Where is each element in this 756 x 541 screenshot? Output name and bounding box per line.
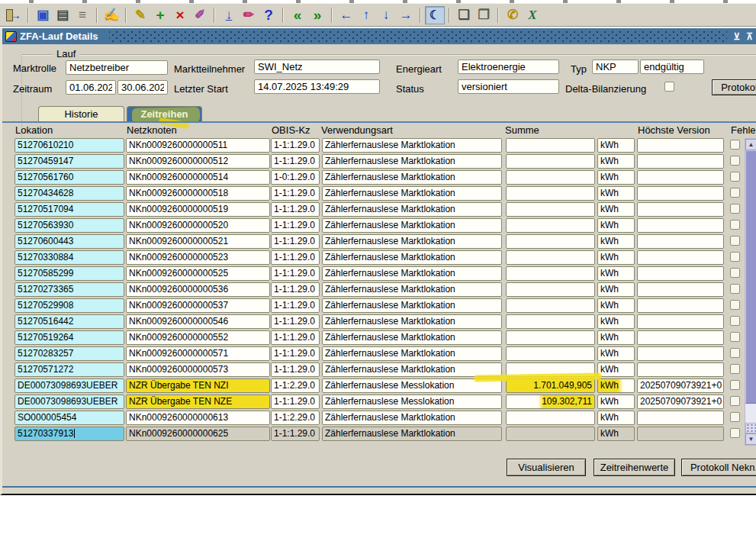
hoechste-version-cell[interactable]	[637, 330, 724, 345]
unit-cell[interactable]: kWh	[597, 138, 635, 153]
hoechste-version-cell[interactable]	[637, 314, 724, 329]
lokation-cell[interactable]: 51270561760	[14, 170, 124, 185]
netzknoten-cell[interactable]: NKn0009260000000521	[126, 234, 270, 249]
typ-field[interactable]	[592, 60, 639, 74]
tab-zeitreihen[interactable]: Zeitreihen	[127, 106, 202, 121]
netzknoten-cell[interactable]: NKn0009260000000613	[126, 411, 270, 425]
unit-cell[interactable]: kWh	[597, 154, 635, 169]
netzknoten-cell[interactable]: NKn0009260000000573	[126, 362, 270, 377]
netzknoten-cell[interactable]: NZR Übergabe TEN NZE	[126, 394, 270, 409]
fehler-checkbox[interactable]	[730, 204, 740, 214]
zeitraum-to-field[interactable]	[117, 80, 168, 95]
obis-kz-cell[interactable]: 1-1:1.29.0	[271, 138, 320, 153]
letzter-start-field[interactable]	[254, 79, 380, 94]
fehler-checkbox[interactable]	[730, 252, 740, 262]
summe-cell[interactable]	[506, 346, 595, 361]
obis-kz-cell[interactable]: 1-1:1.29.0	[271, 394, 320, 409]
obis-kz-cell[interactable]: 1-1:1.29.0	[271, 362, 320, 377]
lokation-cell[interactable]: 51270283257	[14, 346, 124, 361]
verwendungsart-cell[interactable]: Zählerfernauslese Marktlokation	[322, 346, 502, 361]
unit-cell[interactable]: kWh	[597, 298, 635, 313]
copy-doc-icon[interactable]: ❏	[454, 6, 474, 24]
hoechste-version-cell[interactable]: 20250709073921+0	[637, 394, 724, 409]
obis-kz-cell[interactable]: 1-1:1.29.0	[271, 218, 320, 233]
verwendungsart-cell[interactable]: Zählerfernauslese Marktlokation	[322, 411, 502, 425]
verwendungsart-cell[interactable]: Zählerfernauslese Marktlokation	[322, 234, 502, 249]
netzknoten-cell[interactable]: NKn0009260000000552	[126, 330, 270, 345]
summe-cell[interactable]	[506, 314, 595, 329]
table-scrollbar[interactable]: ▲ ▼	[745, 138, 756, 446]
hoechste-version-cell[interactable]	[637, 186, 724, 201]
netzknoten-cell[interactable]: NKn0009260000000518	[126, 186, 270, 201]
tab-historie[interactable]: Historie	[38, 106, 124, 121]
netzknoten-cell[interactable]: NKn0009260000000512	[126, 154, 270, 169]
fehler-checkbox[interactable]	[730, 412, 740, 422]
scroll-down-icon[interactable]: ▼	[745, 433, 756, 445]
netzknoten-cell[interactable]: NKn0009260000000519	[126, 202, 270, 217]
netzknoten-cell[interactable]: NKn0009260000000511	[126, 138, 270, 153]
fehler-checkbox[interactable]	[730, 380, 740, 390]
obis-kz-cell[interactable]: 1-1:1.29.0	[271, 250, 320, 265]
obis-kz-cell[interactable]: 1-1:1.29.0	[271, 330, 320, 345]
energieart-field[interactable]	[458, 60, 559, 74]
lokation-cell[interactable]: 51270585299	[14, 266, 124, 281]
lokation-cell[interactable]: 51270434628	[14, 186, 124, 201]
scroll-up-icon[interactable]: ▲	[745, 139, 756, 150]
netzknoten-cell[interactable]: NKn0009260000000546	[126, 314, 270, 329]
fehler-checkbox[interactable]	[730, 396, 740, 406]
list-icon[interactable]: ≡	[72, 6, 92, 24]
summe-cell[interactable]	[506, 250, 595, 265]
hoechste-version-cell[interactable]	[637, 154, 724, 169]
obis-kz-cell[interactable]: 1-1:2.29.0	[271, 378, 320, 393]
verwendungsart-cell[interactable]: Zählerfernauslese Marktlokation	[322, 250, 502, 265]
unit-cell[interactable]: kWh	[597, 186, 635, 201]
marktrolle-field[interactable]	[66, 60, 168, 75]
obis-kz-cell[interactable]: 1-1:2.29.0	[271, 411, 320, 425]
unit-cell[interactable]: kWh	[597, 282, 635, 297]
verwendungsart-cell[interactable]: Zählerfernauslese Messlokation	[322, 394, 502, 409]
netzknoten-cell[interactable]: NKn0009260000000525	[126, 266, 270, 281]
hoechste-version-cell[interactable]: 20250709073921+0	[637, 378, 724, 393]
help-icon[interactable]: ?	[259, 6, 278, 24]
next-item-icon[interactable]: →	[396, 6, 416, 24]
verwendungsart-cell[interactable]: Zählerfernauslese Marktlokation	[322, 330, 502, 345]
netzknoten-cell[interactable]: NKn0009260000000514	[126, 170, 270, 185]
unit-cell[interactable]: kWh	[597, 362, 635, 377]
unit-cell[interactable]: kWh	[597, 378, 635, 393]
protokoll-nekn-button[interactable]: Protokoll Nekn.	[681, 459, 756, 476]
obis-kz-cell[interactable]: 1-1:1.29.0	[271, 202, 320, 217]
hoechste-version-cell[interactable]	[637, 138, 724, 153]
hoechste-version-cell[interactable]	[637, 411, 724, 425]
obis-kz-cell[interactable]: 1-1:1.29.0	[271, 427, 320, 441]
obis-kz-cell[interactable]: 1-1:1.29.0	[271, 266, 320, 281]
lokation-cell[interactable]: 51270459147	[14, 154, 124, 169]
unit-cell[interactable]: kWh	[597, 218, 635, 233]
fehler-checkbox[interactable]	[730, 140, 740, 150]
hoechste-version-cell[interactable]	[637, 218, 724, 233]
lokation-cell[interactable]: DE00073098693UEBER	[14, 378, 124, 393]
netzknoten-cell[interactable]: NKn0009260000000520	[126, 218, 270, 233]
obis-kz-cell[interactable]: 1-1:1.29.0	[271, 314, 320, 329]
unit-cell[interactable]: kWh	[597, 330, 635, 345]
verwendungsart-cell[interactable]: Zählerfernauslese Marktlokation	[322, 314, 502, 329]
netzknoten-cell[interactable]: NKn0009260000000536	[126, 282, 270, 297]
fehler-checkbox[interactable]	[730, 220, 740, 230]
unit-cell[interactable]: kWh	[597, 170, 635, 185]
verwendungsart-cell[interactable]: Zählerfernauslese Marktlokation	[322, 154, 502, 169]
visualisieren-button[interactable]: Visualisieren	[507, 459, 586, 476]
summe-cell[interactable]	[506, 330, 595, 345]
obis-kz-cell[interactable]: 1-1:1.29.0	[271, 154, 320, 169]
fehler-checkbox[interactable]	[730, 188, 740, 198]
lokation-cell[interactable]: 51270563930	[14, 218, 124, 233]
fehler-checkbox[interactable]	[730, 284, 740, 294]
verwendungsart-cell[interactable]: Zählerfernauslese Marktlokation	[322, 138, 502, 153]
hoechste-version-cell[interactable]	[637, 298, 724, 313]
zeitraum-from-field[interactable]	[66, 80, 116, 95]
summe-cell[interactable]	[506, 234, 595, 249]
delta-bilanzierung-checkbox[interactable]	[664, 82, 674, 92]
obis-kz-cell[interactable]: 1-1:1.29.0	[271, 186, 320, 201]
summe-cell[interactable]	[506, 427, 595, 441]
summe-cell[interactable]	[506, 202, 595, 217]
fehler-checkbox[interactable]	[730, 364, 740, 374]
hoechste-version-cell[interactable]	[637, 234, 724, 249]
